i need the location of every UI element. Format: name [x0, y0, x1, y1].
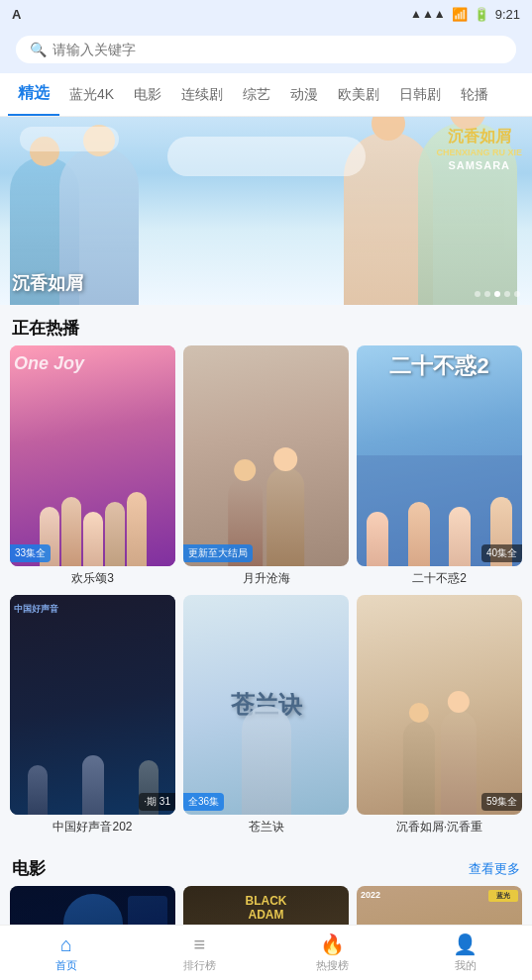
nav-mine[interactable]: 👤 我的 [399, 926, 532, 980]
tab-anime[interactable]: 动漫 [280, 76, 328, 114]
list-item[interactable]: 59集全 沉香如屑·沉香重 [357, 595, 522, 836]
grid-thumb: One Joy 33集全 [10, 345, 175, 566]
hero-banner[interactable]: 沉香如屑 CHENXIANG RU XIE SAMSARA 沉香如屑 [0, 117, 532, 305]
app-icon: A [12, 7, 21, 22]
search-input[interactable] [53, 42, 502, 57]
tab-variety[interactable]: 综艺 [233, 76, 280, 114]
nav-hot[interactable]: 🔥 热搜榜 [266, 926, 399, 980]
grid-label: 二十不惑2 [357, 570, 522, 587]
grid-label: 月升沧海 [183, 570, 349, 587]
nav-home-label: 首页 [55, 958, 77, 973]
grid-badge: 33集全 [10, 544, 51, 562]
status-right: ▲▲▲ 📶 🔋 9:21 [410, 7, 520, 22]
grid-label: 苍兰诀 [183, 819, 349, 835]
tab-series[interactable]: 连续剧 [171, 76, 233, 114]
status-bar: A ▲▲▲ 📶 🔋 9:21 [0, 0, 532, 28]
hot-section-title: 正在热播 [12, 317, 79, 340]
grid-thumb: 中国好声音 ·期 31 [10, 595, 175, 816]
list-item[interactable]: 中国好声音 ·期 31 中国好声音202 [10, 595, 175, 836]
tab-bluray[interactable]: 蓝光4K [59, 76, 124, 114]
nav-tabs: 精选 蓝光4K 电影 连续剧 综艺 动漫 欧美剧 日韩剧 轮播 [0, 73, 532, 117]
hot-section-header: 正在热播 [0, 305, 532, 345]
movie-section-title: 电影 [12, 857, 46, 880]
search-bar: 🔍 [0, 28, 532, 73]
nav-mine-label: 我的 [455, 958, 477, 973]
grid-thumb: 二十不惑2 40集全 [357, 345, 522, 566]
grid-thumb: 苍兰诀 全36集 [183, 595, 349, 816]
list-item[interactable]: 更新至大结局 月升沧海 [183, 345, 349, 587]
hot-icon: 🔥 [320, 932, 345, 956]
nav-hot-label: 热搜榜 [316, 958, 349, 973]
signal-icon: ▲▲▲ [410, 7, 446, 21]
hero-logo: 沉香如屑 CHENXIANG RU XIE SAMSARA [436, 127, 522, 173]
hero-dot-3 [494, 291, 500, 297]
tab-korean[interactable]: 日韩剧 [389, 76, 451, 114]
hero-dots [475, 291, 520, 297]
tab-rotation[interactable]: 轮播 [451, 76, 498, 114]
grid-badge: 59集全 [481, 793, 522, 811]
grid-badge: 全36集 [183, 793, 224, 811]
time-display: 9:21 [495, 7, 520, 22]
rank-icon: ≡ [194, 933, 206, 956]
nav-home[interactable]: ⌂ 首页 [0, 926, 133, 980]
home-icon: ⌂ [60, 933, 72, 956]
list-item[interactable]: 苍兰诀 全36集 苍兰诀 [183, 595, 349, 836]
grid-thumb: 59集全 [357, 595, 522, 816]
nav-rank-label: 排行榜 [183, 958, 216, 973]
hero-dot-1 [475, 291, 480, 297]
hero-dot-5 [514, 291, 520, 297]
grid-thumb: 更新至大结局 [183, 345, 349, 566]
search-input-wrap[interactable]: 🔍 [16, 36, 516, 63]
wifi-icon: 📶 [452, 7, 468, 22]
hero-dot-2 [484, 291, 490, 297]
list-item[interactable]: One Joy 33集全 欢乐颂3 [10, 345, 175, 587]
grid-badge: ·期 31 [139, 793, 175, 811]
grid-label: 沉香如屑·沉香重 [357, 819, 522, 835]
grid-badge: 40集全 [481, 544, 522, 562]
grid-label: 欢乐颂3 [10, 570, 175, 587]
grid-badge: 更新至大结局 [183, 544, 253, 562]
grid-label: 中国好声音202 [10, 819, 175, 835]
tab-movies[interactable]: 电影 [124, 76, 171, 114]
nav-rank[interactable]: ≡ 排行榜 [133, 926, 266, 980]
hero-title: 沉香如屑 [12, 271, 83, 295]
tab-western[interactable]: 欧美剧 [328, 76, 389, 114]
bottom-nav: ⌂ 首页 ≡ 排行榜 🔥 热搜榜 👤 我的 [0, 925, 532, 980]
list-item[interactable]: 二十不惑2 40集全 二十不惑2 [357, 345, 522, 587]
hero-dot-4 [504, 291, 510, 297]
battery-icon: 🔋 [474, 7, 489, 22]
tab-jingxuan[interactable]: 精选 [8, 73, 59, 116]
search-icon: 🔍 [30, 42, 47, 57]
hot-grid: One Joy 33集全 欢乐颂3 [0, 345, 532, 845]
movie-more-link[interactable]: 查看更多 [469, 860, 520, 878]
movie-section-header: 电影 查看更多 [0, 845, 532, 886]
mine-icon: 👤 [453, 932, 478, 956]
